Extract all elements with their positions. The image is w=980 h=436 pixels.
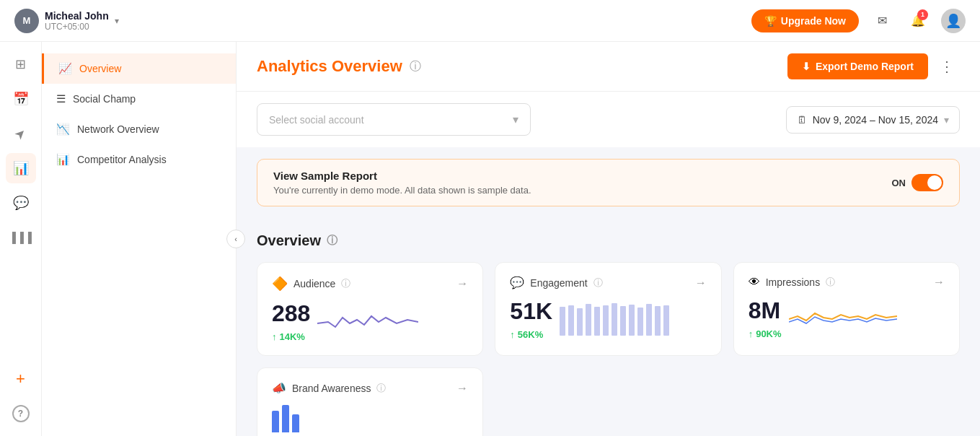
audience-card-icon: 🔶	[272, 276, 288, 292]
messages-button[interactable]: ✉	[869, 8, 895, 34]
impressions-sparkline	[789, 299, 945, 338]
nav-item-social-champ[interactable]: ☰ Social Champ	[42, 84, 236, 114]
impressions-card: 👁 Impressions ⓘ → 8M ↑ 90K%	[733, 262, 960, 356]
nav-label-social-champ: Social Champ	[73, 93, 136, 105]
header-actions: 🏆 Upgrade Now ✉ 🔔 1 👤	[751, 8, 966, 34]
collapse-sidebar-button[interactable]: ‹	[226, 230, 245, 248]
audience-card: 🔶 Audience ⓘ → 288 ↑ 14K%	[257, 262, 483, 356]
svg-rect-5	[603, 305, 609, 336]
impressions-value: 8M	[749, 297, 782, 324]
main-content: Analytics Overview ⓘ ⬇ Export Demo Repor…	[237, 42, 980, 436]
overview-section: Overview ⓘ 🔶 Audience ⓘ →	[237, 218, 980, 436]
controls-row: Select social account ▾ 🗓 Nov 9, 2024 – …	[237, 92, 980, 147]
chat-icon: 💬	[13, 195, 29, 211]
engagement-info-icon[interactable]: ⓘ	[593, 276, 603, 289]
audience-arrow-icon[interactable]: →	[456, 277, 468, 290]
engagement-arrow-icon[interactable]: →	[695, 276, 707, 289]
date-chevron-icon: ▾	[944, 114, 949, 126]
bars-icon: ▐▐▐	[9, 232, 32, 243]
engagement-chart	[560, 300, 707, 339]
nav-item-network-overview[interactable]: 📉 Network Overview	[42, 114, 236, 144]
chart-icon: 📊	[13, 160, 29, 176]
notification-badge: 1	[917, 9, 928, 20]
overview-section-title: Overview	[257, 232, 321, 249]
date-range-value: Nov 9, 2024 – Nov 15, 2024	[813, 114, 938, 126]
overview-icon: 📈	[58, 62, 72, 75]
bottom-cards-row: 📣 Brand Awareness ⓘ →	[257, 367, 960, 436]
overview-info-icon[interactable]: ⓘ	[327, 234, 337, 248]
more-options-button[interactable]: ⋮	[934, 55, 960, 78]
date-range-picker[interactable]: 🗓 Nov 9, 2024 – Nov 15, 2024 ▾	[786, 106, 960, 134]
brand-awareness-info-icon[interactable]: ⓘ	[376, 382, 386, 395]
impressions-change-arrow: ↑	[749, 328, 754, 339]
demo-banner-description: You're currently in demo mode. All data …	[273, 185, 531, 196]
nav-icon-send[interactable]: ➤	[6, 118, 36, 149]
social-account-select[interactable]: Select social account ▾	[257, 103, 531, 136]
grid-icon: ⊞	[15, 56, 26, 72]
engagement-value: 51K	[510, 298, 552, 325]
demo-banner-title: View Sample Report	[273, 170, 531, 182]
help-button[interactable]: ?	[6, 398, 36, 429]
engagement-change-arrow: ↑	[510, 329, 515, 340]
svg-rect-11	[655, 306, 661, 336]
nav-icon-chat[interactable]: 💬	[6, 188, 36, 218]
nav-item-overview[interactable]: 📈 Overview	[42, 53, 236, 84]
page-info-icon[interactable]: ⓘ	[410, 59, 421, 74]
notifications-button[interactable]: 🔔 1	[905, 8, 931, 34]
impressions-card-icon: 👁	[749, 276, 760, 289]
nav-icon-calendar[interactable]: 📅	[6, 84, 36, 114]
svg-rect-6	[612, 303, 617, 336]
impressions-info-icon[interactable]: ⓘ	[826, 276, 835, 289]
brand-awareness-arrow-icon[interactable]: →	[456, 382, 468, 395]
svg-rect-12	[663, 305, 669, 336]
impressions-card-title: Impressions	[766, 276, 820, 288]
user-profile-dropdown[interactable]: M Micheal John UTC+05:00 ▾	[14, 9, 119, 33]
nav-icon-analytics[interactable]: 📊	[6, 153, 36, 183]
audience-change-arrow: ↑	[272, 331, 277, 342]
engagement-card-title: Engagement	[530, 277, 587, 289]
svg-rect-9	[637, 308, 643, 336]
impressions-arrow-icon[interactable]: →	[933, 276, 945, 289]
svg-rect-7	[620, 306, 626, 336]
svg-rect-1	[568, 305, 574, 336]
nav-item-competitor-analysis[interactable]: 📊 Competitor Analysis	[42, 144, 236, 175]
svg-rect-4	[594, 307, 600, 336]
social-champ-icon: ☰	[56, 92, 66, 105]
brand-awareness-title: Brand Awareness	[292, 383, 371, 394]
audience-card-title: Audience	[293, 278, 335, 289]
select-chevron-icon: ▾	[513, 113, 518, 126]
nav-label-competitor-analysis: Competitor Analysis	[77, 154, 167, 165]
bar-1	[272, 411, 279, 432]
impressions-change: ↑ 90K%	[749, 328, 782, 339]
svg-rect-8	[629, 305, 635, 336]
add-button[interactable]: +	[6, 364, 36, 394]
toggle-label: ON	[892, 178, 906, 188]
svg-rect-3	[586, 304, 591, 336]
audience-value: 288	[272, 300, 310, 327]
brand-awareness-bars	[272, 404, 468, 432]
nav-sidebar: 📈 Overview ☰ Social Champ 📉 Network Over…	[42, 42, 237, 436]
audience-sparkline	[317, 302, 468, 341]
download-icon: ⬇	[802, 61, 811, 72]
page-title: Analytics Overview	[257, 57, 402, 76]
nav-icon-audio[interactable]: ▐▐▐	[6, 222, 36, 253]
calendar-picker-icon: 🗓	[797, 114, 807, 126]
audience-change: ↑ 14K%	[272, 331, 310, 342]
metrics-cards-row: 🔶 Audience ⓘ → 288 ↑ 14K%	[257, 262, 960, 356]
user-timezone: UTC+05:00	[45, 22, 109, 32]
calendar-icon: 📅	[13, 91, 29, 107]
user-name: Micheal John	[45, 10, 109, 22]
demo-mode-toggle[interactable]	[911, 174, 943, 191]
export-demo-report-button[interactable]: ⬇ Export Demo Report	[787, 53, 928, 79]
upgrade-button[interactable]: 🏆 Upgrade Now	[751, 9, 859, 32]
engagement-card: 💬 Engagement ⓘ → 51K ↑ 56K%	[495, 262, 721, 356]
competitor-icon: 📊	[56, 153, 70, 166]
bar-3	[292, 414, 299, 432]
engagement-change: ↑ 56K%	[510, 329, 552, 340]
trophy-icon: 🏆	[764, 15, 777, 27]
icon-sidebar: ⊞ 📅 ➤ 📊 💬 ▐▐▐ + ?	[0, 42, 42, 436]
audience-info-icon[interactable]: ⓘ	[341, 277, 350, 290]
user-avatar: M	[14, 9, 39, 33]
profile-avatar[interactable]: 👤	[941, 9, 966, 33]
nav-icon-grid[interactable]: ⊞	[6, 49, 36, 79]
